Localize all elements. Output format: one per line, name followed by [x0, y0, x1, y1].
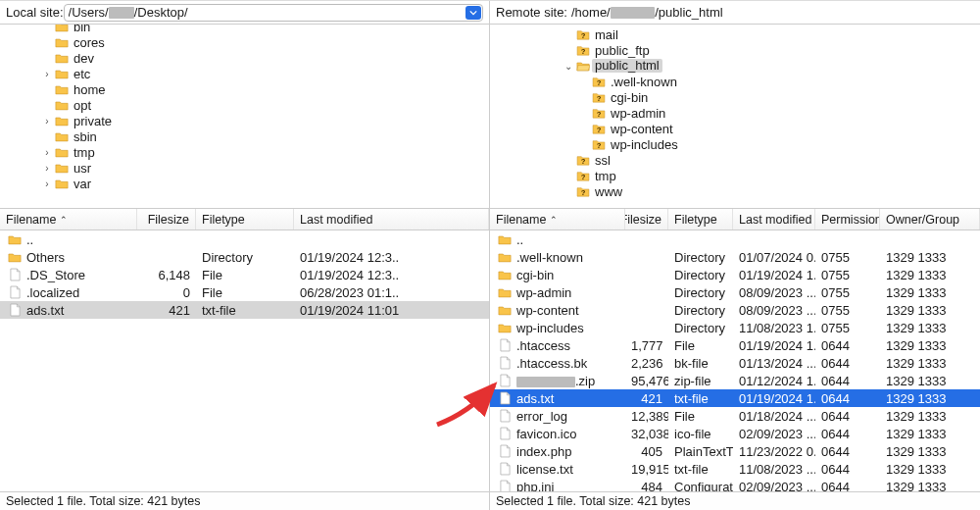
local-tree[interactable]: bincoresdev›etchomeopt›privatesbin›tmp›u… — [0, 25, 489, 209]
file-icon — [496, 356, 514, 370]
folder-icon — [53, 116, 71, 127]
remote-file-list[interactable]: ...well-knownDirectory01/07/2024 0...075… — [490, 230, 980, 492]
file-row[interactable]: .. — [0, 230, 489, 248]
local-pane: Local site: /Users/xxxx/Desktop/ bincore… — [0, 1, 490, 492]
tree-item[interactable]: ›private — [0, 113, 489, 128]
unknown-folder-icon: ? — [590, 108, 608, 119]
remote-column-headers[interactable]: Filename⌃ Filesize Filetype Last modifie… — [490, 209, 980, 230]
svg-text:?: ? — [597, 93, 602, 102]
file-row[interactable]: .zip95,476,5...zip-file01/12/2024 1...06… — [490, 372, 980, 389]
file-row[interactable]: OthersDirectory01/19/2024 12:3... — [0, 248, 489, 266]
svg-text:?: ? — [581, 46, 586, 55]
tree-item[interactable]: cores — [0, 34, 489, 50]
tree-item[interactable]: ?mail — [490, 26, 980, 42]
col-ownergroup[interactable]: Owner/Group — [880, 209, 980, 230]
col-filename[interactable]: Filename⌃ — [490, 209, 625, 230]
folder-icon — [53, 84, 71, 95]
tree-item[interactable]: home — [0, 81, 489, 97]
file-icon — [496, 444, 514, 458]
local-file-list[interactable]: ..OthersDirectory01/19/2024 12:3....DS_S… — [0, 230, 489, 492]
file-row[interactable]: .well-knownDirectory01/07/2024 0...07551… — [490, 248, 980, 266]
col-filename[interactable]: Filename⌃ — [0, 209, 137, 230]
expand-icon[interactable]: › — [41, 116, 53, 127]
col-filetype[interactable]: Filetype — [668, 209, 733, 230]
col-lastmodified[interactable]: Last modified — [294, 209, 489, 230]
tree-item[interactable]: bin — [0, 25, 489, 34]
tree-item[interactable]: ›usr — [0, 160, 489, 176]
file-row[interactable]: favicon.ico32,038ico-file02/09/2023 ...0… — [490, 425, 980, 442]
folder-icon — [53, 53, 71, 64]
file-row[interactable]: wp-adminDirectory08/09/2023 ...07551329 … — [490, 283, 980, 301]
tree-item[interactable]: ?wp-admin — [490, 105, 980, 121]
file-row[interactable]: .localized0File06/28/2023 01:1... — [0, 283, 489, 301]
dropdown-icon[interactable] — [466, 6, 481, 20]
file-row[interactable]: cgi-binDirectory01/19/2024 1...07551329 … — [490, 266, 980, 283]
tree-item[interactable]: sbin — [0, 128, 489, 144]
file-row[interactable]: license.txt19,915txt-file11/08/2023 ...0… — [490, 460, 980, 478]
expand-icon[interactable]: › — [41, 178, 53, 189]
folder-icon — [53, 147, 71, 158]
local-path-combobox[interactable]: /Users/xxxx/Desktop/ — [64, 4, 483, 22]
file-row[interactable]: ads.txt421txt-file01/19/2024 11:01... — [0, 301, 489, 319]
tree-item[interactable]: opt — [0, 97, 489, 113]
tree-item[interactable]: ?tmp — [490, 168, 980, 183]
unknown-folder-icon: ? — [574, 29, 592, 40]
tree-item[interactable]: ›var — [0, 176, 489, 191]
remote-tree[interactable]: ?mail?public_ftp⌄public_html?.well-known… — [490, 25, 980, 209]
tree-item[interactable]: ›etc — [0, 66, 489, 81]
local-column-headers[interactable]: Filename⌃ Filesize Filetype Last modifie… — [0, 209, 489, 230]
expand-icon[interactable]: › — [41, 147, 53, 158]
expand-icon[interactable]: ⌄ — [563, 61, 574, 72]
unknown-folder-icon: ? — [590, 124, 608, 134]
file-row[interactable]: wp-includesDirectory11/08/2023 1...07551… — [490, 319, 980, 336]
tree-item[interactable]: dev — [0, 50, 489, 66]
file-row[interactable]: wp-contentDirectory08/09/2023 ...0755132… — [490, 301, 980, 319]
svg-text:?: ? — [581, 187, 586, 196]
folder-icon — [6, 252, 24, 263]
tree-item[interactable]: ⌄public_html — [490, 58, 980, 74]
tree-item[interactable]: ?cgi-bin — [490, 89, 980, 105]
svg-text:?: ? — [597, 77, 602, 86]
tree-item[interactable]: ?.well-known — [490, 74, 980, 89]
local-status-bar: Selected 1 file. Total size: 421 bytes — [0, 491, 490, 510]
folder-icon — [496, 287, 514, 298]
folder-icon — [53, 131, 71, 142]
tree-item[interactable]: ?public_ftp — [490, 42, 980, 58]
folder-icon — [496, 305, 514, 316]
expand-icon[interactable]: › — [41, 69, 53, 79]
file-row[interactable]: index.php405PlainTextT...11/23/2022 0...… — [490, 442, 980, 460]
col-lastmodified[interactable]: Last modified — [733, 209, 815, 230]
file-row[interactable]: error_log12,389File01/18/2024 ...0644132… — [490, 407, 980, 425]
svg-text:?: ? — [597, 140, 602, 149]
folder-icon — [53, 178, 71, 189]
file-row[interactable]: ads.txt421txt-file01/19/2024 1...0644132… — [490, 389, 980, 407]
remote-site-label: Remote site: — [496, 5, 567, 20]
expand-icon[interactable]: › — [41, 163, 53, 174]
col-permissions[interactable]: Permissions — [815, 209, 880, 230]
sort-asc-icon: ⌃ — [550, 215, 558, 225]
folder-icon — [496, 252, 514, 263]
file-row[interactable]: .htaccess1,777File01/19/2024 1...0644132… — [490, 336, 980, 354]
file-row[interactable]: .htaccess.bk2,236bk-file01/13/2024 ...06… — [490, 354, 980, 372]
up-folder-icon — [6, 234, 24, 245]
file-icon — [6, 285, 24, 299]
svg-text:?: ? — [597, 109, 602, 118]
tree-item[interactable]: ?wp-includes — [490, 136, 980, 152]
svg-text:?: ? — [581, 172, 586, 180]
col-filesize[interactable]: Filesize — [137, 209, 196, 230]
file-icon — [496, 409, 514, 423]
file-row[interactable]: .. — [490, 230, 980, 248]
svg-text:?: ? — [597, 125, 602, 133]
tree-item[interactable]: ?ssl — [490, 152, 980, 168]
tree-item[interactable]: ›tmp — [0, 144, 489, 160]
tree-item[interactable]: ?wp-content — [490, 121, 980, 136]
tree-item[interactable]: ?www — [490, 183, 980, 199]
col-filetype[interactable]: Filetype — [196, 209, 294, 230]
file-icon — [6, 303, 24, 317]
file-row[interactable]: php.ini484Configurati...02/09/2023 ...06… — [490, 478, 980, 492]
remote-path-combobox[interactable]: /home/xxxxxxx/public_html — [567, 4, 974, 22]
file-row[interactable]: .DS_Store6,148File01/19/2024 12:3... — [0, 266, 489, 283]
folder-icon — [53, 37, 71, 48]
unknown-folder-icon: ? — [590, 139, 608, 150]
col-filesize[interactable]: Filesize — [625, 209, 668, 230]
